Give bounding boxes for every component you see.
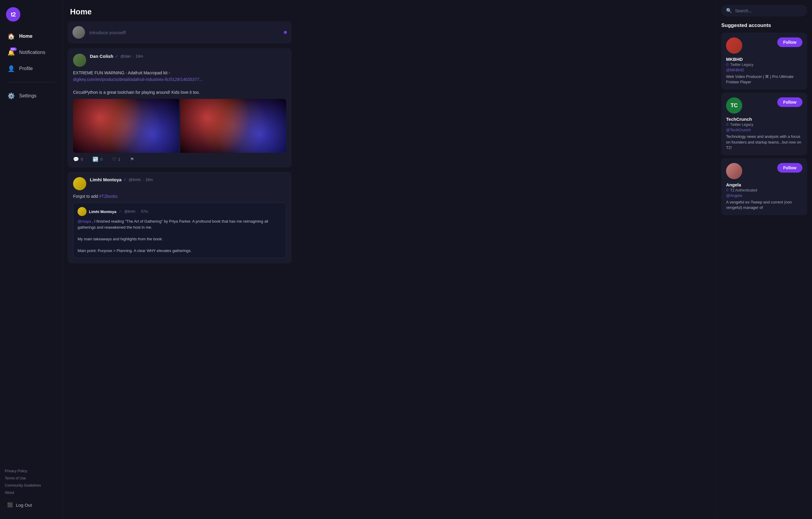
badge-icon: © (726, 122, 729, 127)
notification-badge: 20+ (10, 47, 17, 51)
logo-icon[interactable]: t2 (6, 7, 20, 22)
sidebar-item-settings[interactable]: ⚙️ Settings (4, 88, 59, 103)
avatar-mkbhd (726, 37, 742, 54)
nested-name: Limhi Montoya (89, 210, 116, 214)
post-handle: @limhi (129, 177, 141, 182)
logout-button[interactable]: ⬛ Log Out (4, 499, 59, 511)
compose-box[interactable]: Introduce yourself! (68, 21, 292, 44)
sidebar-profile-label: Profile (19, 66, 33, 71)
suggested-name: Angela (726, 182, 803, 187)
comment-action[interactable]: 💬 0 (73, 157, 83, 162)
right-sidebar: 🔍 Search... Suggested accounts Follow MK… (716, 0, 812, 519)
sidebar-settings-label: Settings (19, 93, 36, 99)
avatar (73, 54, 86, 67)
main-feed: Home Introduce yourself! Dan Colish ✓ @d… (63, 0, 296, 519)
author-row: Dan Colish ✓ @dan · 16m (90, 54, 286, 59)
hashtag[interactable]: #T2books (99, 194, 117, 199)
badge-text: Twitter Legacy (730, 63, 753, 67)
post-content: Forgot to add #T2books (73, 193, 286, 200)
compose-placeholder[interactable]: Introduce yourself! (89, 30, 280, 35)
image-visual (73, 99, 179, 153)
post-time: · (133, 54, 134, 58)
post-meta: Limhi Montoya ✓ @limhi · 16m (90, 177, 286, 182)
suggested-card-mkbhd: Follow MKBHD © Twitter Legacy @MKBHD Web… (721, 33, 807, 90)
post-content: EXTREME FUN WARNING - Adafruit Macropad … (73, 70, 286, 96)
badge-text: Twitter Legacy (730, 122, 753, 127)
suggested-top: Follow (726, 163, 803, 179)
post-header: Limhi Montoya ✓ @limhi · 16m (73, 177, 286, 190)
settings-icon: ⚙️ (7, 92, 15, 100)
image-visual (180, 99, 286, 153)
home-icon: 🏠 (7, 32, 15, 40)
privacy-policy-link[interactable]: Privacy Policy (4, 468, 59, 474)
nested-text1: , I finished reading "The Art of Gatheri… (78, 219, 268, 229)
follow-button-techcrunch[interactable]: Follow (777, 98, 803, 107)
suggested-handle[interactable]: @Angela (726, 193, 803, 198)
post-limhi: Limhi Montoya ✓ @limhi · 16m Forgot to a… (68, 172, 292, 264)
badge-row: © T2 Authenticated (726, 188, 803, 192)
suggested-bio: Web Video Producer | ⌘ | Pro Ultimate Fr… (726, 74, 803, 85)
post-image-left (73, 99, 179, 153)
bookmark-action[interactable]: ⚑ (130, 157, 134, 162)
suggested-handle[interactable]: @MKBHD (726, 68, 803, 72)
heart-icon: ♡ (112, 157, 116, 162)
sidebar-home-label: Home (19, 33, 32, 39)
sidebar-item-home[interactable]: 🏠 Home (4, 29, 59, 44)
nested-time-value: 57m (141, 210, 148, 214)
comment-icon: 💬 (73, 157, 79, 162)
logout-label: Log Out (16, 502, 32, 508)
badge-text: T2 Authenticated (730, 188, 757, 192)
terms-link[interactable]: Terms of Use (4, 475, 59, 481)
search-box[interactable]: 🔍 Search... (721, 5, 807, 17)
suggested-name: TechCrunch (726, 116, 803, 122)
like-action[interactable]: ♡ 1 (112, 157, 120, 162)
badge-icon: © (726, 188, 729, 192)
suggested-handle[interactable]: @TechCrunch (726, 128, 803, 132)
post-actions: 💬 0 ↩️ 0 ♡ 1 ⚑ (73, 157, 286, 162)
suggested-bio: A vengeful ex-Tweep and current (non ven… (726, 199, 803, 210)
nested-content: @maya , I finished reading "The Art of G… (78, 218, 282, 253)
profile-icon: 👤 (7, 65, 15, 73)
reshare-action[interactable]: ↩️ 0 (92, 157, 103, 162)
post-time-value: 16m (136, 54, 143, 58)
nested-author-row: Limhi Montoya ✓ @limhi · 57m (78, 207, 282, 216)
like-count: 1 (118, 157, 120, 162)
sidebar-item-notifications[interactable]: 🔔 20+ Notifications (4, 45, 59, 60)
follow-button-angela[interactable]: Follow (777, 163, 803, 172)
suggested-top: Follow (726, 37, 803, 54)
guidelines-link[interactable]: Community Guidelines (4, 483, 59, 488)
verified-icon: ✓ (115, 54, 119, 59)
suggested-name: MKBHD (726, 57, 803, 62)
reshare-icon: ↩️ (92, 157, 98, 162)
reshare-count: 0 (100, 157, 103, 162)
avatar (73, 177, 86, 190)
badge-icon: © (726, 63, 729, 67)
post-time-value: 16m (145, 177, 153, 182)
verified-icon: ✓ (123, 177, 127, 182)
bell-icon: 🔔 20+ (7, 49, 15, 56)
suggested-card-angela: Follow Angela © T2 Authenticated @Angela… (721, 158, 807, 215)
compose-avatar (72, 26, 85, 39)
bookmark-icon: ⚑ (130, 157, 134, 162)
nested-post: Limhi Montoya ✓ @limhi · 57m @maya , I f… (73, 202, 286, 258)
page-title: Home (63, 0, 296, 21)
avatar-angela (726, 163, 742, 179)
post-image-right (180, 99, 286, 153)
compose-dot (284, 31, 287, 34)
sidebar-footer: Privacy Policy Terms of Use Community Gu… (0, 464, 63, 514)
badge-row: © Twitter Legacy (726, 63, 803, 67)
about-link[interactable]: About (4, 490, 59, 496)
nested-time: · (138, 210, 139, 214)
avatar-tc: TC (726, 98, 742, 114)
suggested-top: TC Follow (726, 98, 803, 114)
sidebar: t2 🏠 Home 🔔 20+ Notifications 👤 Profile … (0, 0, 63, 519)
post-images (73, 99, 286, 153)
sidebar-nav: 🏠 Home 🔔 20+ Notifications 👤 Profile ⚙️ … (0, 29, 63, 464)
post-link[interactable]: digikey.com/en/products/detail/adafruit-… (73, 77, 203, 82)
nested-text3: Main point: Purpose > Planning. A clear … (78, 248, 192, 253)
nested-mention[interactable]: @maya (78, 219, 91, 223)
nested-verified-icon: ✓ (119, 210, 122, 214)
nested-text2: My main takeaways and highlights from th… (78, 237, 163, 241)
sidebar-item-profile[interactable]: 👤 Profile (4, 61, 59, 76)
follow-button-mkbhd[interactable]: Follow (777, 37, 803, 47)
